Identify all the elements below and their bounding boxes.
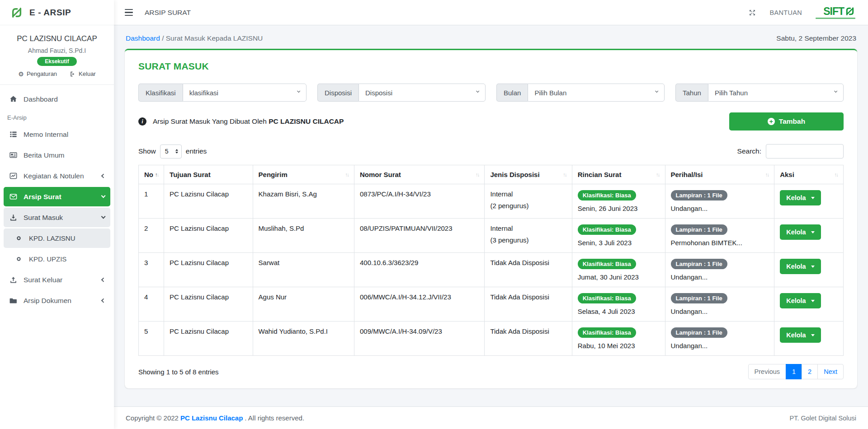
cell-aksi: Kelola xyxy=(774,253,844,287)
sidebar-item-surat-masuk[interactable]: Surat Masuk xyxy=(4,208,110,227)
breadcrumb-current: Surat Masuk Kepada LAZISNU xyxy=(166,34,263,42)
filter-bulan: Bulan Pilih Bulan xyxy=(496,84,665,102)
brand[interactable]: E - ARSIP xyxy=(0,0,114,25)
pagination: Previous 1 2 Next xyxy=(748,364,844,379)
sidebar-item-arsip-surat[interactable]: Arsip Surat xyxy=(4,187,110,206)
tanggal: Selasa, 4 Juli 2023 xyxy=(578,308,660,315)
cell-no: 2 xyxy=(139,219,164,253)
cell-rincian: Klasifikasi: BiasaSelasa, 4 Juli 2023 xyxy=(572,287,665,322)
table-summary: Showing 1 to 5 of 8 entries xyxy=(138,368,219,376)
chevron-down-icon xyxy=(834,89,838,93)
entries-label: entries xyxy=(186,147,207,155)
column-header-nomor[interactable]: Nomor Surat↑↓ xyxy=(354,165,485,184)
pagination-next[interactable]: Next xyxy=(817,364,844,379)
sidebar-section-label: E-Arsip xyxy=(7,114,110,121)
page-length-control: Show 5 entries xyxy=(138,145,207,159)
klasifikasi-select[interactable]: klasifikasi xyxy=(183,84,307,102)
page-length-select[interactable]: 5 xyxy=(160,145,182,159)
tanggal: Senin, 26 Juni 2023 xyxy=(578,205,660,212)
sidebar-item-kpd-lazisnu[interactable]: KPD. LAZISNU xyxy=(4,228,110,248)
sidebar-item-surat-keluar[interactable]: Surat Keluar xyxy=(4,270,110,289)
org-name: PC LAZISNU CILACAP xyxy=(5,34,109,43)
nu-logo-icon xyxy=(10,6,24,19)
tahun-select[interactable]: Pilih Tahun xyxy=(708,84,844,102)
kelola-button[interactable]: Kelola xyxy=(780,259,821,274)
sidebar-item-memo-internal[interactable]: Memo Internal xyxy=(4,125,110,144)
role-badge: Eksekutif xyxy=(37,57,76,66)
column-header-no[interactable]: No↑↓ xyxy=(139,165,164,184)
copyright-text: Copyright © 2022PC Lazisnu Cilacap. All … xyxy=(126,414,304,422)
cell-tujuan: PC Lazisnu Cilacap xyxy=(164,253,253,287)
breadcrumb-dashboard-link[interactable]: Dashboard xyxy=(126,34,160,42)
bulan-select[interactable]: Pilih Bulan xyxy=(528,84,665,102)
cell-aksi: Kelola xyxy=(774,184,844,219)
cell-perihal: Lampiran : 1 FilePermohonan BIMTEK... xyxy=(665,219,774,253)
table-row: 4 PC Lazisnu Cilacap Agus Nur 006/MWC/A.… xyxy=(139,287,844,322)
lampiran-badge: Lampiran : 1 File xyxy=(671,224,727,235)
surat-masuk-table: No↑↓ Tujuan Surat Pengirim↑↓ Nomor Surat… xyxy=(138,165,844,356)
cell-aksi: Kelola xyxy=(774,322,844,356)
cell-disposisi: Tidak Ada Disposisi xyxy=(485,322,572,356)
cell-no: 1 xyxy=(139,184,164,219)
app-root: E - ARSIP PC LAZISNU CILACAP Ahmad Fauzi… xyxy=(0,0,868,429)
hamburger-menu-icon[interactable] xyxy=(125,8,133,17)
cell-rincian: Klasifikasi: BiasaSenin, 3 Juli 2023 xyxy=(572,219,665,253)
disposisi-select[interactable]: Disposisi xyxy=(359,84,486,102)
kelola-button[interactable]: Kelola xyxy=(780,327,821,343)
column-header-pengirim[interactable]: Pengirim↑↓ xyxy=(253,165,354,184)
search-input[interactable] xyxy=(766,144,844,159)
footer-company-link[interactable]: PC Lazisnu Cilacap xyxy=(180,414,243,422)
circle-icon xyxy=(14,234,23,242)
sort-icon: ↑↓ xyxy=(155,172,159,177)
search-control: Search: xyxy=(737,144,844,159)
column-header-jenis[interactable]: Jenis Disposisi↑↓ xyxy=(485,165,572,184)
column-header-aksi[interactable]: Aksi↑↓ xyxy=(774,165,844,184)
settings-link[interactable]: ⚙ Pengaturan xyxy=(18,70,57,77)
filter-klasifikasi-label: Klasifikasi xyxy=(138,84,183,102)
circle-icon xyxy=(14,255,23,263)
filter-disposisi-label: Disposisi xyxy=(317,84,359,102)
filter-klasifikasi: Klasifikasi klasifikasi xyxy=(138,84,307,102)
sort-icon: ↑↓ xyxy=(835,172,838,177)
cell-no: 3 xyxy=(139,253,164,287)
siftnu-logo-text: SIFT xyxy=(823,6,844,17)
folder-icon xyxy=(9,296,18,305)
cell-tujuan: PC Lazisnu Cilacap xyxy=(164,322,253,356)
chevron-down-icon xyxy=(101,214,105,219)
cell-tujuan: PC Lazisnu Cilacap xyxy=(164,184,253,219)
cell-pengirim: Wahid Yudianto, S.Pd.I xyxy=(253,322,354,356)
info-text: Arsip Surat Masuk Yang Dibuat Oleh PC LA… xyxy=(153,117,344,126)
pagination-page-2[interactable]: 2 xyxy=(802,364,818,379)
klasifikasi-badge: Klasifikasi: Biasa xyxy=(578,293,636,303)
sidebar-item-dashboard[interactable]: Dashboard xyxy=(4,89,110,109)
surat-masuk-card: SURAT MASUK Klasifikasi klasifikasi Disp… xyxy=(125,49,857,388)
tambah-button[interactable]: + Tambah xyxy=(729,112,844,131)
nu-logo-icon xyxy=(844,6,855,17)
filter-bulan-label: Bulan xyxy=(496,84,528,102)
cell-perihal: Lampiran : 1 FileUndangan... xyxy=(665,322,774,356)
plus-circle-icon: + xyxy=(768,118,775,125)
cell-aksi: Kelola xyxy=(774,219,844,253)
help-link[interactable]: BANTUAN xyxy=(770,9,802,16)
kelola-button[interactable]: Kelola xyxy=(780,293,821,308)
column-header-tujuan[interactable]: Tujuan Surat xyxy=(164,165,253,184)
siftnu-logo[interactable]: SIFT xyxy=(816,6,855,19)
cell-disposisi: Tidak Ada Disposisi xyxy=(485,287,572,322)
kelola-button[interactable]: Kelola xyxy=(780,224,821,240)
search-label: Search: xyxy=(737,147,761,155)
fullscreen-expand-icon[interactable] xyxy=(748,9,756,17)
column-header-rincian[interactable]: Rincian Surat↑↓ xyxy=(572,165,665,184)
sidebar-item-berita-umum[interactable]: Berita Umum xyxy=(4,145,110,165)
sidebar-item-kpd-upzis[interactable]: KPD. UPZIS xyxy=(4,249,110,269)
envelope-icon xyxy=(9,192,18,201)
sidebar-item-arsip-dokumen[interactable]: Arsip Dokumen xyxy=(4,291,110,310)
cell-tujuan: PC Lazisnu Cilacap xyxy=(164,287,253,322)
kelola-button[interactable]: Kelola xyxy=(780,190,821,205)
logout-link[interactable]: Keluar xyxy=(70,70,96,77)
pagination-previous[interactable]: Previous xyxy=(748,364,786,379)
pagination-page-1[interactable]: 1 xyxy=(786,364,802,379)
sidebar-item-kegiatan-notulen[interactable]: Kegiatan & Notulen xyxy=(4,166,110,186)
cell-rincian: Klasifikasi: BiasaRabu, 10 Mei 2023 xyxy=(572,322,665,356)
column-header-perihal[interactable]: Perihal/Isi↑↓ xyxy=(665,165,774,184)
chevron-left-icon xyxy=(101,173,105,178)
